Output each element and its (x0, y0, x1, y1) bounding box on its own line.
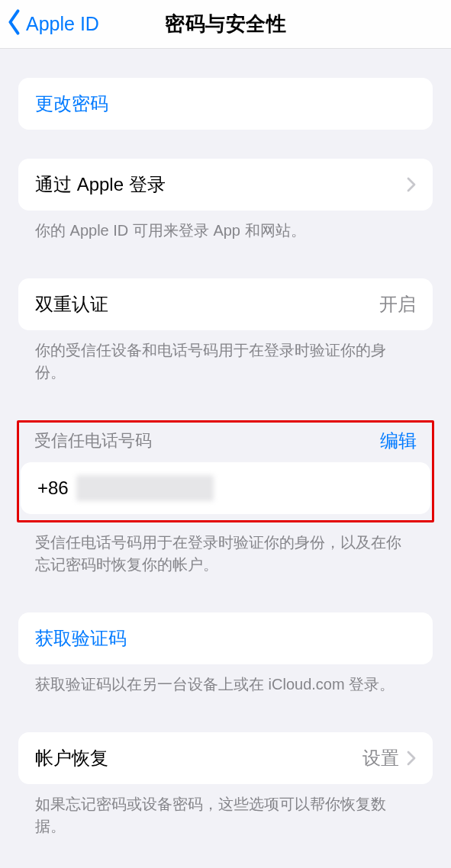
two-factor-row[interactable]: 双重认证 开启 (18, 278, 433, 330)
two-factor-value: 开启 (379, 292, 416, 317)
sign-in-with-apple-label: 通过 Apple 登录 (35, 172, 166, 197)
get-code-footer: 获取验证码以在另一台设备上或在 iCloud.com 登录。 (18, 664, 433, 696)
chevron-right-icon (407, 177, 416, 192)
account-recovery-row[interactable]: 帐户恢复 设置 (18, 732, 433, 784)
account-recovery-footer: 如果忘记密码或设备密码，这些选项可以帮你恢复数据。 (18, 784, 433, 837)
trusted-phone-number-redacted (76, 475, 214, 501)
chevron-left-icon (5, 8, 24, 40)
chevron-right-icon (407, 751, 416, 766)
trusted-phone-row[interactable]: +86 (21, 462, 430, 514)
trusted-phone-edit-button[interactable]: 编辑 (380, 429, 417, 453)
get-code-row[interactable]: 获取验证码 (18, 612, 433, 664)
two-factor-label: 双重认证 (35, 292, 108, 317)
account-recovery-value: 设置 (362, 746, 399, 770)
change-password-label: 更改密码 (35, 92, 108, 116)
back-button[interactable]: Apple ID (0, 8, 99, 40)
sign-in-with-apple-footer: 你的 Apple ID 可用来登录 App 和网站。 (18, 211, 433, 242)
nav-bar: Apple ID 密码与安全性 (0, 0, 451, 49)
trusted-phone-footer: 受信任电话号码用于在登录时验证你的身份，以及在你忘记密码时恢复你的帐户。 (18, 522, 433, 576)
account-recovery-label: 帐户恢复 (35, 746, 108, 770)
back-label: Apple ID (26, 13, 99, 35)
trusted-phone-prefix: +86 (37, 477, 69, 499)
get-code-label: 获取验证码 (35, 626, 127, 651)
change-password-row[interactable]: 更改密码 (18, 78, 433, 130)
sign-in-with-apple-row[interactable]: 通过 Apple 登录 (18, 159, 433, 211)
trusted-phone-highlight: 受信任电话号码 编辑 +86 (17, 420, 434, 522)
two-factor-footer: 你的受信任设备和电话号码用于在登录时验证你的身份。 (18, 330, 433, 384)
trusted-phone-header: 受信任电话号码 (34, 429, 152, 452)
